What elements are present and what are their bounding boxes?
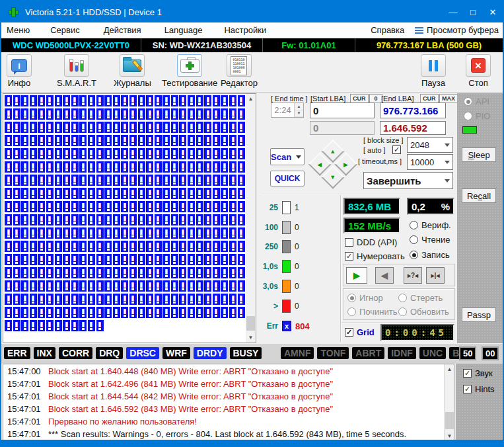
block-cell	[104, 294, 112, 305]
sound-checkbox[interactable]: ✓Звук	[463, 368, 493, 378]
numerate-checkbox[interactable]: ✓Нумеровать	[345, 251, 405, 261]
menu-help[interactable]: Справка	[368, 24, 407, 36]
block-cell	[179, 214, 186, 225]
block-cell	[21, 294, 28, 305]
menu-settings[interactable]: Настройки	[221, 24, 269, 36]
block-cell	[55, 254, 62, 265]
grid-scroll-thumb[interactable]	[246, 316, 255, 331]
start-lba-cur-button[interactable]: CUR	[350, 94, 369, 103]
block-cell	[146, 307, 153, 318]
start-lba-zero-button[interactable]: 0	[369, 94, 382, 103]
minimize-button[interactable]: —	[443, 1, 463, 22]
block-cell	[21, 267, 28, 278]
menu-service[interactable]: Сервис	[48, 24, 83, 36]
block-cell	[55, 95, 62, 106]
info-button[interactable]: i Инфо	[7, 54, 32, 91]
stop-button[interactable]: ✕ Стоп	[466, 54, 491, 91]
testing-button[interactable]: Тестирование	[162, 54, 217, 91]
close-button[interactable]: ✕	[483, 1, 503, 22]
pio-radio[interactable]: PIO	[464, 111, 490, 121]
menu-buffer-view[interactable]: Просмотр буфера	[415, 25, 499, 35]
block-cell	[188, 188, 195, 199]
remap-radio[interactable]: Починить	[347, 307, 398, 317]
block-cell	[96, 294, 104, 305]
block-cell	[129, 280, 137, 292]
recall-button[interactable]: Recall	[462, 188, 496, 203]
back-button[interactable]: ◀	[375, 267, 394, 284]
menu-menu[interactable]: Меню	[4, 24, 32, 36]
end-lba-cur-button[interactable]: CUR	[420, 94, 439, 103]
retry-errors-button[interactable]: ▸?◂	[404, 267, 422, 284]
scan-button[interactable]: Scan	[270, 148, 305, 165]
spinner-arrows-icon[interactable]: ▲▼	[294, 103, 303, 117]
block-cell	[238, 241, 245, 252]
timeout-select[interactable]: 10000	[407, 154, 453, 170]
block-cell	[129, 254, 137, 265]
block-cell	[21, 320, 28, 331]
block-cell	[229, 108, 236, 120]
seek-edge-button[interactable]: ▸|◂	[426, 267, 445, 284]
passp-button[interactable]: Passp	[462, 307, 496, 322]
scroll-down-icon[interactable]: ▼	[246, 333, 256, 343]
sleep-button[interactable]: Sleep	[462, 147, 496, 162]
log-row: 15:47:00Block start at 1.640.448 (840 MB…	[3, 365, 443, 378]
block-cell	[204, 188, 211, 199]
hints-checkbox[interactable]: ✓Hints	[463, 384, 495, 394]
block-cell	[155, 108, 162, 120]
quick-button[interactable]: QUICK	[270, 171, 305, 186]
auto-checkbox[interactable]: ✓	[392, 145, 401, 154]
block-cell	[13, 95, 20, 106]
log-row: 15:47:01*** Scan results: Warnings - 0, …	[3, 428, 443, 440]
logs-button[interactable]: Журналы	[114, 54, 151, 91]
block-cell	[104, 241, 112, 252]
block-cell	[55, 227, 62, 239]
end-lba-input[interactable]: 976.773.166	[380, 102, 446, 118]
verify-radio[interactable]: Вериф.	[410, 220, 451, 230]
side-panel: API PIO Sleep Recall Passp	[457, 93, 504, 343]
refresh-radio[interactable]: Обновить	[398, 307, 449, 317]
smart-button[interactable]: S.M.A.R.T	[57, 54, 96, 91]
api-radio[interactable]: API	[464, 97, 489, 106]
block-cell	[63, 108, 70, 120]
start-lba-input[interactable]: 0	[310, 102, 375, 118]
finish-action-select[interactable]: Завершить	[363, 172, 453, 189]
block-cell	[213, 241, 220, 252]
write-radio[interactable]: Запись	[410, 250, 450, 260]
start-scan-button[interactable]: ▶	[346, 267, 367, 284]
erase-radio[interactable]: Стереть	[398, 293, 443, 303]
block-cell	[13, 108, 20, 120]
read-radio[interactable]: Чтение	[410, 235, 450, 245]
pause-button[interactable]: Пауза	[421, 54, 446, 91]
scroll-up-icon[interactable]: ▲	[246, 94, 256, 104]
end-lba-max-button[interactable]: MAX	[439, 94, 458, 103]
block-cell	[196, 280, 203, 292]
grid-checkbox[interactable]: ✓Grid	[345, 327, 375, 337]
block-cell	[63, 135, 70, 146]
block-cell	[229, 95, 236, 106]
ignore-radio[interactable]: Игнор	[347, 293, 383, 303]
log-scroll-thumb[interactable]	[445, 412, 454, 429]
current-lba-field: 0	[310, 121, 375, 135]
block-cell	[21, 188, 28, 199]
block-cell	[13, 241, 20, 252]
menu-language[interactable]: Language	[162, 24, 205, 36]
title-bar[interactable]: Victoria 5.21-1 HDD/SSD | Device 1 — □ ✕	[1, 1, 503, 22]
end-time-spinner[interactable]: 2:24 ▲▼	[271, 102, 304, 118]
block-cell	[63, 241, 70, 252]
ddd-api-checkbox[interactable]: DDD (API)	[345, 237, 397, 247]
block-cell	[121, 95, 128, 106]
scroll-up-icon[interactable]: ▲	[445, 364, 454, 374]
editor-button[interactable]: 010110 110011 101000 0001 Редактор	[221, 54, 258, 91]
block-size-select[interactable]: 2048	[407, 137, 453, 153]
block-cell	[171, 135, 178, 146]
block-cell	[162, 214, 170, 225]
maximize-button[interactable]: □	[463, 1, 483, 22]
block-cell	[146, 227, 153, 239]
log-scrollbar[interactable]: ▲ ▼	[444, 364, 454, 441]
block-cell	[55, 135, 62, 146]
grid-scrollbar[interactable]: ▲ ▼	[246, 94, 256, 343]
block-cell	[104, 148, 112, 159]
menu-actions[interactable]: Действия	[101, 24, 144, 36]
block-cell	[204, 227, 211, 239]
block-cell	[5, 108, 12, 120]
